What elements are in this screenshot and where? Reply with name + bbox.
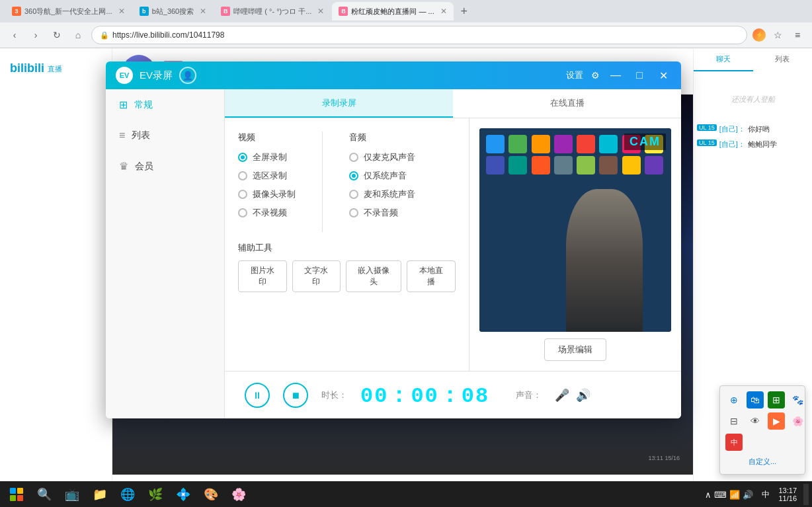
back-button[interactable]: ‹ [7,27,22,43]
ev-audio-icons: 🎤 🔊 [555,388,590,403]
taskbar-colorful-app[interactable]: 🎨 [198,483,224,506]
tray-network-icon[interactable]: 📶 [729,490,740,500]
tray-store[interactable]: 🛍 [747,391,764,409]
taskbar-blue-app[interactable]: 💠 [170,483,196,506]
taskbar-right: ∧ ⌨ 📶 🔊 中 13:1711/16 [702,484,809,505]
video-opt-fullscreen[interactable]: 全屏录制 [238,151,296,163]
new-tab-button[interactable]: + [455,2,473,20]
tray-icons-grid: ⊕ 🛍 ⊞ 🐾 ⊟ 👁 ▶ 🌸 中 [725,391,799,451]
tray-copy[interactable]: ⊟ [725,412,743,430]
browser-tab-3[interactable]: B 哔哩哔哩 ( °- °)つロ 干... ✕ [214,2,331,20]
tab-list[interactable]: 列表 [753,48,813,71]
taskbar-bilibili[interactable]: 📺 [59,483,85,506]
video-opt-novideo[interactable]: 不录视频 [238,207,296,219]
tray-customize-link[interactable]: 自定义... [725,455,799,469]
ev-tab-record[interactable]: 录制录屏 [225,89,453,118]
ev-user-icon[interactable]: 👤 [179,67,196,84]
chat-user-2: [自己]： [719,139,745,149]
chat-user-1: [自己]： [719,124,745,134]
tool-text-watermark[interactable]: 文字水印 [292,260,341,292]
ev-pause-button[interactable]: ⏸ [245,383,270,408]
ev-restore-button[interactable]: □ [631,67,647,83]
tray-eye[interactable]: 👁 [747,412,764,430]
tab2-close[interactable]: ✕ [200,7,206,16]
ev-settings-icon[interactable]: ⚙ [591,70,600,81]
browser-tab-2[interactable]: b b站_360搜索 ✕ [133,2,214,20]
bili-logo: bilibili 直播 [0,55,112,85]
lock-icon: 🔒 [100,31,109,40]
system-clock[interactable]: 13:1711/16 [775,487,800,502]
tool-local-stream[interactable]: 本地直播 [407,260,456,292]
start-button[interactable] [3,483,30,506]
radio-fullscreen [238,153,247,162]
tool-image-watermark[interactable]: 图片水印 [238,260,287,292]
star-button[interactable]: ☆ [770,27,786,43]
ev-titlebar-right: 设置 ⚙ — □ ✕ [566,67,671,83]
radio-novideo [238,208,247,217]
tab-chat[interactable]: 聊天 [694,48,753,71]
video-opt-camera[interactable]: 摄像头录制 [238,188,296,200]
tray-volume-icon[interactable]: 🔊 [743,490,753,500]
speaker-icon[interactable]: 🔊 [576,388,590,403]
show-desktop-button[interactable] [803,484,809,505]
preview-icon-15 [622,156,641,175]
tray-expand-icon[interactable]: ∧ [705,490,711,500]
ev-settings-label[interactable]: 设置 [566,69,583,81]
ev-settings-panel: 视频 全屏录制 选区录制 [225,118,469,371]
pause-icon: ⏸ [253,390,262,401]
audio-opt-noaudio[interactable]: 不录音频 [349,207,415,219]
address-bar: ‹ › ↻ ⌂ 🔒 https://live.bilibili.com/1041… [0,22,812,48]
taskbar-search[interactable]: 🔍 [31,483,58,506]
tools-buttons: 图片水印 文字水印 嵌入摄像头 本地直播 [238,260,456,292]
audio-opt-both[interactable]: 麦和系统声音 [349,188,415,200]
ev-minimize-button[interactable]: — [608,67,624,83]
ev-recorder-window: EV EV录屏 👤 设置 ⚙ — □ ✕ ⊞ 常规 ≡ 列表 ♛ [106,61,681,418]
360-extension[interactable]: ⚡ [752,28,766,42]
tab1-close[interactable]: ✕ [118,7,125,16]
browser-tab-1[interactable]: 3 360导航_新一代安全上网... ✕ [5,2,132,20]
menu-button[interactable]: ≡ [790,27,805,43]
ev-nav-vip-label: 会员 [135,161,153,173]
taskbar-360-browser[interactable]: 🌐 [114,483,141,506]
tray-app-green[interactable]: ⊞ [768,391,785,409]
audio-opt-mic[interactable]: 仅麦克风声音 [349,151,415,163]
tab4-close[interactable]: ✕ [440,7,447,16]
taskbar-green-app[interactable]: 🌿 [142,483,169,506]
preview-icon-10 [508,156,527,175]
vip-icon: ♛ [119,160,128,173]
ev-nav-list[interactable]: ≡ 列表 [106,120,224,151]
tools-title: 辅助工具 [238,242,456,254]
audio-section-title: 音频 [349,132,415,143]
preview-icon-2 [508,135,527,153]
radio-system [349,171,358,180]
tray-flower[interactable]: 🌸 [789,412,806,430]
url-box[interactable]: 🔒 https://live.bilibili.com/10411798 [91,26,747,44]
tab2-title: b站_360搜索 [152,7,194,17]
tray-input-icon[interactable]: ⌨ [714,490,727,500]
ev-nav-vip[interactable]: ♛ 会员 [106,151,224,182]
taskbar-file-explorer[interactable]: 📁 [87,483,113,506]
video-opt-region[interactable]: 选区录制 [238,170,296,182]
tab3-close[interactable]: ✕ [317,7,324,16]
scene-edit-button[interactable]: 场景编辑 [544,338,606,361]
ev-nav-normal[interactable]: ⊞ 常规 [106,89,224,120]
refresh-button[interactable]: ↻ [49,27,65,43]
audio-opt-system[interactable]: 仅系统声音 [349,170,415,182]
win-logo-q2 [17,488,23,494]
ev-stop-button[interactable]: ⏹ [283,383,308,408]
browser-tab-4[interactable]: B 粉红顽皮鲍的直播间 — ... ✕ [332,2,453,20]
microphone-icon[interactable]: 🎤 [555,388,569,403]
tray-zhong[interactable]: 中 [725,434,743,451]
ev-close-button[interactable]: ✕ [655,67,671,83]
tray-app-red[interactable]: 🐾 [789,391,806,409]
taskbar-pink-app[interactable]: 🌸 [225,483,252,506]
tray-bluetooth[interactable]: ⊕ [725,391,743,409]
ev-tab-online[interactable]: 在线直播 [453,89,681,118]
ev-bottom-controls: ⏸ ⏹ 时长： 00：00：08 声音： 🎤 🔊 [225,371,681,418]
tray-lang-zh[interactable]: 中 [760,489,772,500]
tray-play[interactable]: ▶ [768,412,785,430]
home-button[interactable]: ⌂ [70,27,86,43]
video-section-title: 视频 [238,132,296,143]
tool-embed-camera[interactable]: 嵌入摄像头 [346,260,401,292]
forward-button[interactable]: › [28,27,44,43]
